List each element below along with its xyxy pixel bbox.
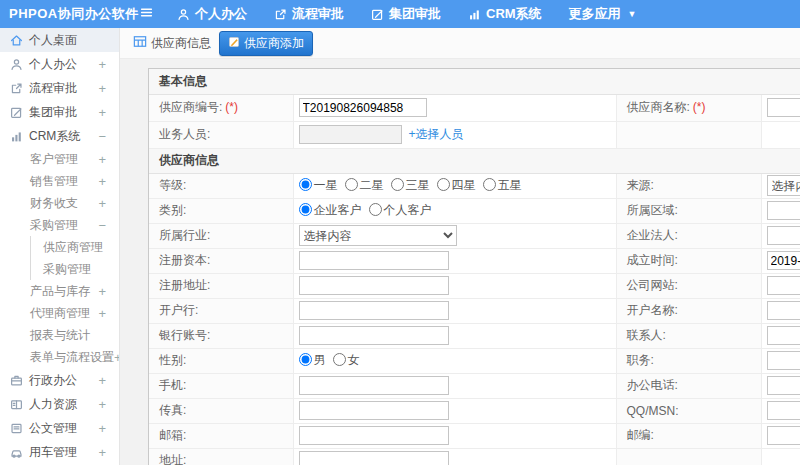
sidebar-item-admin-office[interactable]: 行政办公+: [0, 368, 119, 392]
sidebar-item-group-approval[interactable]: 集团审批+: [0, 100, 119, 124]
sidebar-item-workflow-approval[interactable]: 流程审批+: [0, 76, 119, 100]
menu-toggle-button[interactable]: [140, 5, 153, 23]
job-title-input[interactable]: [767, 351, 800, 370]
category-radio-0[interactable]: [299, 203, 312, 216]
sidebar-item-label: 报表与统计: [30, 327, 90, 344]
gender-radio-1[interactable]: [333, 353, 346, 366]
sidebar-item-personal-office[interactable]: 个人办公+: [0, 52, 119, 76]
topnav-crm-system[interactable]: CRM系统: [468, 5, 542, 23]
sidebar-item-agent-mgmt[interactable]: 代理商管理+: [0, 302, 119, 324]
topnav-more-apps[interactable]: 更多应用▼: [569, 5, 637, 23]
form-row: 性别:男女职务:: [149, 348, 800, 373]
tab-supplier-info[interactable]: 供应商信息: [133, 35, 211, 52]
home-icon: [10, 34, 23, 47]
sidebar-item-vehicle-mgmt[interactable]: 用车管理+: [0, 440, 119, 464]
company-website-cell: [761, 273, 800, 298]
collapse-icon[interactable]: −: [98, 218, 106, 233]
category-radio-option[interactable]: 个人客户: [369, 203, 432, 217]
office-phone-input[interactable]: [767, 376, 800, 395]
topnav-group-approval[interactable]: 集团审批: [371, 5, 441, 23]
form-row: 手机:办公电话:: [149, 373, 800, 398]
level-radio-4[interactable]: [483, 178, 496, 191]
sidebar-item-purchase-mgmt[interactable]: 采购管理−: [0, 214, 119, 236]
business-person-cell: +选择人员: [293, 121, 616, 148]
qq-msn-input[interactable]: [767, 401, 800, 420]
source-cell: 选择内容: [761, 173, 800, 198]
gender-radio-option[interactable]: 女: [333, 353, 360, 367]
sidebar-item-label: 集团审批: [29, 104, 77, 121]
bank-account-input[interactable]: [299, 326, 449, 345]
account-name-input[interactable]: [767, 301, 800, 320]
sidebar-item-human-resources[interactable]: 人力资源+: [0, 392, 119, 416]
legal-person-input[interactable]: [767, 226, 800, 245]
expand-icon[interactable]: +: [98, 421, 106, 436]
category-radio-1[interactable]: [369, 203, 382, 216]
expand-icon[interactable]: +: [98, 306, 106, 321]
level-radio-option[interactable]: 四星: [437, 178, 476, 192]
registered-address-input[interactable]: [299, 276, 449, 295]
mobile-cell: [293, 373, 616, 398]
business-person-input[interactable]: [299, 125, 402, 144]
expand-icon[interactable]: +: [98, 284, 106, 299]
level-radio-1[interactable]: [345, 178, 358, 191]
contact-person-input[interactable]: [767, 326, 800, 345]
sidebar-item-crm-system[interactable]: CRM系统−: [0, 124, 119, 148]
expand-icon[interactable]: +: [98, 174, 106, 189]
expand-icon[interactable]: +: [98, 152, 106, 167]
supplier-code-input[interactable]: [299, 98, 427, 117]
expand-icon[interactable]: +: [98, 196, 106, 211]
email-input[interactable]: [299, 426, 449, 445]
level-radio-3[interactable]: [437, 178, 450, 191]
level-radio-2[interactable]: [391, 178, 404, 191]
mobile-input[interactable]: [299, 376, 449, 395]
sidebar-item-product-inventory[interactable]: 产品与库存+: [0, 280, 119, 302]
expand-icon[interactable]: +: [98, 81, 106, 96]
address-input[interactable]: [299, 451, 449, 465]
required-marker: (*): [693, 100, 706, 114]
topnav-workflow-approval[interactable]: 流程审批: [274, 5, 344, 23]
form-row: 邮箱:邮编:: [149, 423, 800, 448]
collapse-icon[interactable]: −: [98, 129, 106, 144]
account-name-field: [767, 303, 800, 317]
level-radio-0[interactable]: [299, 178, 312, 191]
sidebar-item-sales-mgmt[interactable]: 销售管理+: [0, 170, 119, 192]
sidebar-item-reports-stats[interactable]: 报表与统计: [0, 324, 119, 346]
level-radio-option[interactable]: 五星: [483, 178, 522, 192]
fax-input[interactable]: [299, 401, 449, 420]
expand-icon[interactable]: +: [98, 373, 106, 388]
level-radio-option[interactable]: 二星: [345, 178, 384, 192]
gender-radio-0[interactable]: [299, 353, 312, 366]
qq-msn-cell: [761, 398, 800, 423]
topnav-personal-office[interactable]: 个人办公: [177, 5, 247, 23]
sidebar-item-customer-mgmt[interactable]: 客户管理+: [0, 148, 119, 170]
postcode-input[interactable]: [767, 426, 800, 445]
bank-name-input[interactable]: [299, 301, 449, 320]
level-radio-option[interactable]: 一星: [299, 178, 338, 192]
sidebar-item-personal-desktop[interactable]: 个人桌面: [0, 28, 119, 52]
expand-icon[interactable]: +: [98, 105, 106, 120]
founded-date-input[interactable]: [767, 251, 800, 270]
supplier-name-input[interactable]: [767, 98, 800, 117]
field-label-text: 业务人员:: [159, 127, 210, 141]
company-website-input[interactable]: [767, 276, 800, 295]
account-name-label: 开户名称:: [616, 298, 761, 323]
sidebar-item-purchasing-mgmt[interactable]: 采购管理: [30, 258, 119, 280]
source-select[interactable]: 选择内容: [767, 175, 800, 196]
business-person-field: +选择人员: [299, 127, 464, 141]
region-input[interactable]: [767, 201, 800, 220]
industry-select[interactable]: 选择内容: [299, 225, 457, 246]
gender-radio-option[interactable]: 男: [299, 353, 326, 367]
tab-supplier-add[interactable]: 供应商添加: [219, 31, 313, 56]
expand-icon[interactable]: +: [98, 445, 106, 460]
sidebar-item-document-mgmt[interactable]: 公文管理+: [0, 416, 119, 440]
expand-icon[interactable]: +: [98, 397, 106, 412]
job-title-label: 职务:: [616, 348, 761, 373]
sidebar-item-finance-mgmt[interactable]: 财务收支+: [0, 192, 119, 214]
level-radio-option[interactable]: 三星: [391, 178, 430, 192]
business-person-select-link[interactable]: +选择人员: [409, 127, 464, 141]
category-radio-option[interactable]: 企业客户: [299, 203, 362, 217]
sidebar-item-supplier-mgmt[interactable]: 供应商管理: [30, 236, 119, 258]
sidebar-item-form-flow-settings[interactable]: 表单与流程设置+: [0, 346, 119, 368]
expand-icon[interactable]: +: [98, 57, 106, 72]
registered-capital-input[interactable]: [299, 251, 449, 270]
